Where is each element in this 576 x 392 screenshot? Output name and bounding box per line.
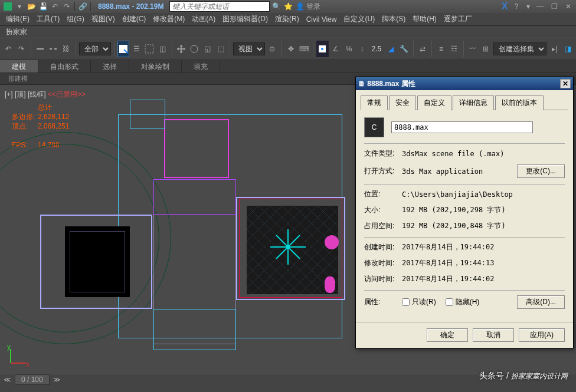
dlg-tab-security[interactable]: 安全 (389, 95, 416, 110)
open-icon[interactable]: 📂 (26, 1, 37, 12)
tab-freeform[interactable]: 自由形式 (38, 60, 91, 73)
link-button[interactable] (34, 41, 46, 57)
window-crossing-button[interactable]: ◫ (157, 41, 169, 57)
config-button[interactable]: 🔧 (398, 41, 410, 57)
frame-display[interactable]: 0 / 100 (15, 374, 50, 385)
selection-filter[interactable]: 全部 (79, 42, 111, 55)
tab-fill[interactable]: 填充 (182, 60, 220, 73)
menu-graph[interactable]: 图形编辑器(D) (219, 13, 271, 25)
menu-dream[interactable]: 逐梦工厂 (440, 13, 476, 25)
undo-icon[interactable]: ↶ (50, 1, 60, 12)
snap-2d-button[interactable] (316, 41, 328, 57)
change-button[interactable]: 更改(C)... (517, 164, 565, 178)
placement-button[interactable]: ⬚ (215, 41, 227, 57)
prev-frame-icon[interactable]: ≪ (4, 375, 11, 384)
align-button[interactable]: ≡ (435, 41, 447, 57)
curve-editor-button[interactable]: 〰 (467, 41, 479, 57)
pivot-button[interactable]: ⊙ (266, 41, 278, 57)
select-name-button[interactable]: ☰ (130, 41, 142, 57)
ok-button[interactable]: 确定 (427, 328, 468, 342)
bind-button[interactable]: ⛓ (60, 41, 72, 57)
main-toolbar: ↶ ↷ ⛓ 全部 ☰ ◫ ◱ ⬚ 视图 ⊙ ✥ ⌨ ∠ % ↕ 2.5 ◢ 🔧 … (0, 38, 576, 60)
menu-custom[interactable]: 自定义(U) (340, 13, 378, 25)
subtab-polymodel[interactable]: 形建模 (2, 73, 34, 84)
keyboard-button[interactable]: ⌨ (298, 41, 310, 57)
new-icon[interactable]: ▾ (14, 1, 25, 12)
dropdown-icon[interactable]: ▾ (523, 1, 534, 12)
axis-gizmo[interactable]: y x (6, 344, 30, 368)
redo-icon[interactable]: ↷ (61, 1, 72, 12)
toolbar-end-icon[interactable]: ▸| (549, 41, 561, 57)
minimize-icon[interactable]: ― (535, 1, 545, 12)
named-set-select[interactable]: 创建选择集 (493, 42, 546, 55)
dlg-tab-details[interactable]: 详细信息 (453, 95, 494, 110)
tab-objpaint[interactable]: 对象绘制 (129, 60, 182, 73)
user-icon[interactable]: 👤 (294, 1, 305, 12)
panel-toggle-icon[interactable]: ◨ (562, 41, 574, 57)
tab-select[interactable]: 选择 (91, 60, 129, 73)
disk-value: 192 MB (202,190,848 字节) (402, 221, 565, 231)
search-icon[interactable]: 🔍 (271, 1, 282, 12)
menu-script[interactable]: 脚本(S) (378, 13, 409, 25)
unlink-button[interactable] (47, 41, 59, 57)
menu-create[interactable]: 创建(C) (119, 13, 150, 25)
next-frame-icon[interactable]: ≫ (53, 375, 61, 384)
login-text[interactable]: 登录 (306, 2, 320, 12)
apply-button[interactable]: 应用(A) (519, 328, 565, 342)
select-region-button[interactable] (143, 41, 155, 57)
save-icon[interactable]: 💾 (38, 1, 48, 12)
menu-view[interactable]: 视图(V) (88, 13, 119, 25)
menu-tools[interactable]: 工具(T) (33, 13, 63, 25)
layer-button[interactable]: ☷ (449, 41, 460, 57)
select-button[interactable] (117, 41, 129, 57)
ref-coord-select[interactable]: 视图 (233, 42, 265, 55)
menu-edit[interactable]: 编辑(E) (2, 13, 33, 25)
location-value: C:\Users\banjiajia\Desktop (402, 190, 565, 199)
filetype-value: 3dsMax scene file (.max) (402, 150, 565, 158)
menu-modifier[interactable]: 修改器(M) (149, 13, 188, 25)
dialog-close-icon[interactable]: ✕ (560, 79, 571, 88)
dialog-titlebar[interactable]: 🗎 8888.max 属性 ✕ (356, 77, 573, 90)
menu-help[interactable]: 帮助(H) (409, 13, 440, 25)
filename-input[interactable] (391, 121, 533, 133)
snap-percent-button[interactable]: % (343, 41, 355, 57)
tab-modeling[interactable]: 建模 (0, 60, 38, 73)
mirror-button[interactable]: ⇄ (417, 41, 428, 57)
edged-faces-button[interactable]: ◢ (385, 41, 397, 57)
cancel-button[interactable]: 取消 (473, 328, 514, 342)
link-icon[interactable]: 🔗 (77, 1, 88, 12)
file-icon: C (364, 117, 384, 137)
dlg-tab-prev[interactable]: 以前的版本 (495, 95, 544, 110)
menu-render[interactable]: 渲染(R) (271, 13, 303, 25)
help-icon[interactable]: ? (511, 1, 522, 12)
favorite-icon[interactable]: ⭐ (283, 1, 293, 12)
restore-icon[interactable]: ❐ (549, 1, 559, 12)
dlg-tab-general[interactable]: 常规 (361, 95, 388, 110)
snap-angle-button[interactable]: ∠ (330, 41, 342, 57)
dialog-icon: 🗎 (358, 80, 365, 88)
redo-button[interactable]: ↷ (15, 41, 27, 57)
dlg-tab-custom[interactable]: 自定义 (417, 95, 451, 110)
search-input[interactable] (169, 1, 270, 12)
readonly-checkbox[interactable]: 只读(R) (402, 297, 436, 307)
modified-value: 2017年8月14日，19:44:13 (402, 258, 565, 268)
advanced-button[interactable]: 高级(D)... (517, 295, 565, 309)
hidden-checkbox[interactable]: 隐藏(H) (446, 297, 480, 307)
viewport-label[interactable]: [+] [顶] [线框] <<已禁用>> (5, 90, 86, 100)
menu-group[interactable]: 组(G) (63, 13, 87, 25)
spinner-snap-button[interactable]: ↕ (356, 41, 368, 57)
schematic-button[interactable]: ⊞ (480, 41, 492, 57)
menu-animation[interactable]: 动画(A) (188, 13, 219, 25)
manipulate-button[interactable]: ✥ (285, 41, 297, 57)
app-menu-icon[interactable] (2, 1, 13, 12)
scale-button[interactable]: ◱ (202, 41, 214, 57)
svg-rect-2 (145, 45, 153, 53)
menu-banjiajia[interactable]: 扮家家 (2, 26, 31, 38)
properties-dialog: 🗎 8888.max 属性 ✕ 常规 安全 自定义 详细信息 以前的版本 C 文… (355, 77, 574, 348)
x-logo-icon[interactable]: X (499, 1, 510, 12)
undo-button[interactable]: ↶ (2, 41, 14, 57)
close-icon[interactable]: ✕ (563, 1, 574, 12)
menu-civil[interactable]: Civil View (303, 14, 341, 25)
rotate-button[interactable] (188, 41, 200, 57)
move-button[interactable] (175, 41, 187, 57)
